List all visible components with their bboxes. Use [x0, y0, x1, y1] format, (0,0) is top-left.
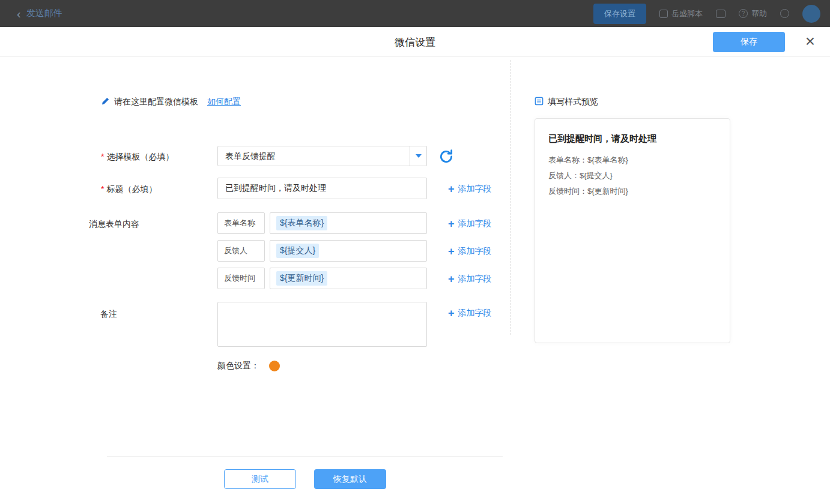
content-field-input-2[interactable]: [217, 240, 265, 262]
topbar-left: ‹ 发送邮件: [17, 0, 62, 27]
plus-icon: +: [448, 274, 455, 284]
window-icon[interactable]: [716, 10, 725, 18]
background-action-button[interactable]: 保存设置: [593, 4, 646, 24]
required-mark: *: [101, 152, 104, 161]
plus-icon: +: [448, 308, 455, 319]
help-icon: ?: [739, 9, 748, 18]
content-label: 消息表单内容: [89, 219, 139, 230]
background-page-title: 发送邮件: [26, 8, 62, 19]
add-field-label: 添加字段: [458, 218, 492, 229]
modal-title: 微信设置: [0, 35, 830, 49]
add-field-label: 添加字段: [458, 184, 492, 194]
add-field-label: 添加字段: [458, 274, 492, 284]
test-button[interactable]: 测试: [224, 469, 296, 489]
content-field-input-3[interactable]: [217, 268, 265, 289]
add-field-label: 添加字段: [458, 246, 492, 257]
background-help-label: 帮助: [751, 8, 767, 19]
avatar[interactable]: [802, 5, 820, 23]
document-icon: [659, 10, 668, 18]
color-setting-label: 颜色设置：: [217, 361, 259, 371]
screen: ‹ 发送邮件 保存设置 岳盛脚本 ? 帮助 微信设置 保存 ×: [0, 0, 830, 504]
refresh-icon: [438, 149, 454, 164]
add-field-link-remark[interactable]: + 添加字段: [448, 308, 492, 319]
form-preview-icon: [535, 97, 544, 107]
vertical-divider: [510, 60, 511, 335]
save-button[interactable]: 保存: [713, 32, 785, 52]
required-mark: *: [101, 184, 104, 194]
content-field-input-1[interactable]: [217, 212, 265, 234]
chevron-down-icon: [416, 154, 422, 158]
preview-title: 已到提醒时间，请及时处理: [548, 133, 716, 145]
back-icon[interactable]: ‹: [17, 8, 21, 20]
preview-line-3: 反馈时间：${更新时间}: [548, 184, 716, 199]
content-value-box-1[interactable]: ${表单名称}: [270, 212, 427, 234]
title-input[interactable]: [217, 178, 427, 199]
config-hint-text: 请在这里配置微信模板: [114, 97, 198, 107]
color-swatch[interactable]: [269, 361, 280, 371]
select-arrow-area[interactable]: [410, 146, 426, 166]
plus-icon: +: [448, 184, 455, 194]
notification-icon[interactable]: [780, 9, 789, 18]
topbar-right: 保存设置 岳盛脚本 ? 帮助: [593, 0, 820, 27]
background-doc-item[interactable]: 岳盛脚本: [659, 8, 703, 19]
color-setting-row: 颜色设置：: [217, 361, 280, 371]
variable-chip: ${表单名称}: [276, 216, 327, 230]
template-select[interactable]: 表单反馈提醒: [217, 146, 427, 166]
plus-icon: +: [448, 218, 455, 229]
how-to-configure-link[interactable]: 如何配置: [207, 97, 241, 107]
bottom-divider: [107, 456, 503, 457]
wechat-settings-modal: 微信设置 保存 × 请在这里配置微信模板 如何配置 *选择模板（必填） 表单反馈…: [0, 27, 830, 504]
preview-header: 填写样式预览: [535, 97, 598, 107]
config-hint-row: 请在这里配置微信模板 如何配置: [101, 97, 241, 107]
template-label: *选择模板（必填）: [101, 152, 174, 163]
refresh-templates-button[interactable]: [438, 149, 454, 164]
add-field-label: 添加字段: [458, 308, 492, 319]
add-field-link-row1[interactable]: + 添加字段: [448, 218, 492, 229]
variable-chip: ${提交人}: [276, 244, 319, 258]
close-icon[interactable]: ×: [802, 30, 818, 53]
preview-card: 已到提醒时间，请及时处理 表单名称：${表单名称} 反馈人：${提交人} 反馈时…: [535, 118, 730, 343]
add-field-link-title[interactable]: + 添加字段: [448, 184, 492, 194]
add-field-link-row3[interactable]: + 添加字段: [448, 274, 492, 284]
preview-header-label: 填写样式预览: [548, 97, 598, 107]
title-label-text: 标题（必填）: [106, 184, 157, 194]
content-value-box-3[interactable]: ${更新时间}: [270, 268, 427, 289]
content-value-box-2[interactable]: ${提交人}: [270, 240, 427, 262]
variable-chip: ${更新时间}: [276, 271, 327, 286]
remark-textarea[interactable]: [217, 302, 427, 347]
background-topbar: ‹ 发送邮件 保存设置 岳盛脚本 ? 帮助: [0, 0, 830, 27]
template-label-text: 选择模板（必填）: [106, 152, 174, 161]
plus-icon: +: [448, 246, 455, 257]
background-help-item[interactable]: ? 帮助: [739, 8, 767, 19]
add-field-link-row2[interactable]: + 添加字段: [448, 246, 492, 257]
remark-label: 备注: [100, 309, 117, 320]
template-selected-value: 表单反馈提醒: [225, 146, 276, 166]
edit-pencil-icon: [101, 97, 110, 107]
preview-line-1: 表单名称：${表单名称}: [548, 152, 716, 168]
modal-header: 微信设置 保存 ×: [0, 27, 830, 57]
restore-default-button[interactable]: 恢复默认: [314, 469, 386, 489]
background-doc-label: 岳盛脚本: [671, 8, 703, 19]
preview-line-2: 反馈人：${提交人}: [548, 168, 716, 184]
title-label: *标题（必填）: [101, 184, 157, 195]
